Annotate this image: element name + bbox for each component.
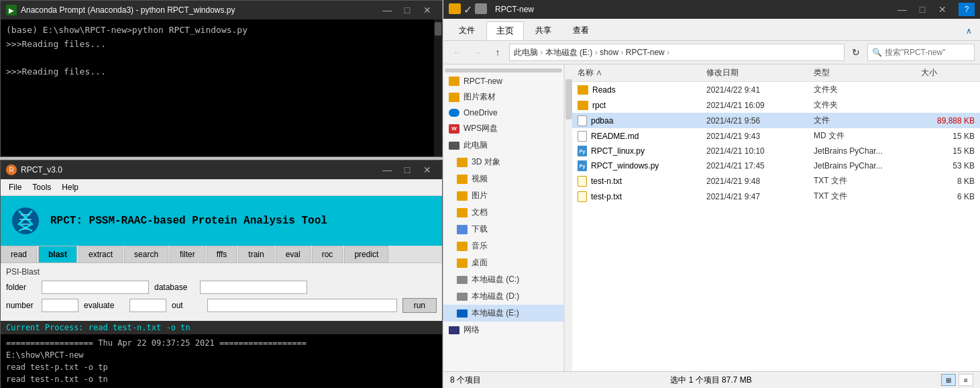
tab-extract[interactable]: extract — [78, 246, 123, 262]
database-label: database — [154, 283, 195, 292]
search-box[interactable]: 🔍 — [867, 44, 975, 61]
ribbon-tab-view[interactable]: 查看 — [563, 21, 599, 40]
number-input[interactable] — [42, 299, 78, 312]
close-button[interactable]: ✕ — [418, 3, 437, 17]
ribbon-tab-file[interactable]: 文件 — [449, 21, 485, 40]
sidebar-item-download[interactable]: 下载 — [443, 221, 563, 238]
rpct-icon: R — [6, 164, 17, 175]
up-button[interactable]: ↑ — [489, 44, 506, 60]
table-row[interactable]: README.md 2021/4/21 9:43 MD 文件 15 KB — [572, 128, 980, 144]
file-name-rpct-linux: Py RPCT_linux.py — [578, 146, 706, 156]
doc-icon — [578, 131, 587, 142]
col-size[interactable]: 大小 — [921, 67, 975, 79]
check-icon: ✓ — [464, 3, 472, 16]
rpct-menubar: File Tools Help — [1, 179, 442, 196]
evaluate-label: evaluate — [84, 301, 124, 310]
fe-help-button[interactable]: ? — [959, 3, 975, 16]
sidebar-label: WPS网盘 — [464, 123, 498, 134]
sidebar-scrollbar[interactable] — [564, 64, 572, 371]
tab-blast[interactable]: blast — [38, 246, 77, 262]
table-row[interactable]: test-p.txt 2021/4/21 9:47 TXT 文件 6 KB — [572, 189, 980, 204]
search-input[interactable] — [885, 48, 965, 57]
sidebar-item-drive-d[interactable]: 本地磁盘 (D:) — [443, 288, 563, 305]
table-row[interactable]: test-n.txt 2021/4/21 9:48 TXT 文件 8 KB — [572, 173, 980, 189]
fe-body: RPCT-new 图片素材 OneDrive W WPS网盘 此电脑 — [443, 64, 980, 371]
sidebar-item-network[interactable]: 网络 — [443, 322, 563, 338]
rpct-maximize-button[interactable]: □ — [398, 163, 417, 177]
file-name-rpct-windows: Py RPCT_windows.py — [578, 160, 706, 171]
sidebar-item-onedrive[interactable]: OneDrive — [443, 105, 563, 120]
sidebar-label: 本地磁盘 (C:) — [472, 274, 519, 285]
col-name[interactable]: 名称 ∧ — [578, 67, 706, 79]
tab-train[interactable]: train — [238, 246, 274, 262]
refresh-button[interactable]: ↻ — [847, 44, 865, 60]
txt-icon — [578, 191, 587, 202]
list-view-button[interactable]: ≡ — [959, 374, 973, 386]
table-row[interactable]: Py RPCT_linux.py 2021/4/21 10:10 JetBrai… — [572, 144, 980, 158]
sidebar-item-pictures[interactable]: 图片素材 — [443, 89, 563, 105]
forward-button[interactable]: → — [469, 44, 486, 60]
maximize-button[interactable]: □ — [398, 3, 417, 17]
ribbon-tab-share[interactable]: 共享 — [525, 21, 561, 40]
menu-help[interactable]: Help — [56, 181, 84, 194]
out-input[interactable] — [207, 299, 397, 312]
fe-minimize-button[interactable]: — — [893, 3, 912, 16]
ribbon-tab-home[interactable]: 主页 — [486, 21, 524, 40]
sidebar-label: 3D 对象 — [472, 156, 500, 168]
sidebar-label: 本地磁盘 (D:) — [472, 291, 519, 302]
rpct-close-button[interactable]: ✕ — [418, 163, 437, 177]
database-input[interactable] — [200, 281, 307, 294]
fe-close-button[interactable]: ✕ — [933, 3, 952, 16]
address-bar[interactable]: 此电脑 › 本地磁盘 (E:) › show › RPCT-new › — [509, 44, 845, 61]
tab-read[interactable]: read — [1, 246, 37, 262]
table-row[interactable]: rpct 2021/4/21 16:09 文件夹 — [572, 97, 980, 113]
folder-icon — [457, 242, 468, 251]
tab-predict[interactable]: predict — [344, 246, 388, 262]
grid-view-button[interactable]: ⊞ — [941, 374, 956, 386]
folder-label: folder — [6, 283, 36, 292]
sidebar-item-drive-e[interactable]: 本地磁盘 (E:) — [443, 305, 563, 322]
tab-roc[interactable]: roc — [312, 246, 343, 262]
tab-filter[interactable]: filter — [170, 246, 205, 262]
out-label: out — [172, 301, 202, 310]
sidebar-item-3d[interactable]: 3D 对象 — [443, 154, 563, 171]
back-button[interactable]: ← — [449, 44, 466, 60]
rpct-minimize-button[interactable]: — — [378, 163, 396, 177]
folder-icon — [457, 175, 468, 184]
folder-input[interactable] — [42, 281, 149, 294]
fe-toolbar: ← → ↑ 此电脑 › 本地磁盘 (E:) › show › RPCT-new … — [443, 41, 980, 64]
evaluate-input[interactable] — [129, 299, 166, 312]
sidebar-item-drive-c[interactable]: 本地磁盘 (C:) — [443, 271, 563, 288]
table-row[interactable]: pdbaa 2021/4/21 9:56 文件 89,888 KB — [572, 113, 980, 128]
sidebar-item-image[interactable]: 图片 — [443, 187, 563, 204]
tab-fffs[interactable]: fffs — [207, 246, 237, 262]
sidebar-item-music[interactable]: 音乐 — [443, 238, 563, 254]
col-type[interactable]: 类型 — [814, 67, 921, 79]
txt-icon — [578, 176, 587, 187]
rpct-tabs: read blast extract search filter fffs tr… — [1, 246, 442, 263]
tab-eval[interactable]: eval — [276, 246, 311, 262]
table-row[interactable]: Py RPCT_windows.py 2021/4/21 17:45 JetBr… — [572, 158, 980, 173]
menu-file[interactable]: File — [3, 181, 27, 194]
svg-point-0 — [12, 207, 39, 234]
col-date[interactable]: 修改日期 — [706, 67, 814, 79]
table-row[interactable]: Reads 2021/4/22 9:41 文件夹 — [572, 82, 980, 97]
fe-ribbon-tabs: 文件 主页 共享 查看 ∧ — [443, 19, 980, 40]
sidebar-item-docs[interactable]: 文档 — [443, 204, 563, 221]
anaconda-title: Anaconda Prompt (Anaconda3) - python RPC… — [21, 5, 374, 15]
sidebar-item-computer[interactable]: 此电脑 — [443, 137, 563, 154]
sidebar-item-rpct-new[interactable]: RPCT-new — [443, 74, 563, 89]
minimize-button[interactable]: — — [378, 3, 396, 17]
rpct-header: RPCT: PSSM-RAAC-based Protein Analysis T… — [1, 196, 442, 246]
tab-search[interactable]: search — [124, 246, 168, 262]
drive-icon — [457, 276, 468, 284]
sidebar-item-wps[interactable]: W WPS网盘 — [443, 120, 563, 137]
sidebar-label: 桌面 — [472, 257, 488, 269]
sidebar-item-video[interactable]: 视频 — [443, 171, 563, 187]
menu-tools[interactable]: Tools — [27, 181, 56, 194]
sidebar-item-desktop[interactable]: 桌面 — [443, 254, 563, 271]
run-button[interactable]: run — [402, 298, 437, 313]
fe-maximize-button[interactable]: □ — [913, 3, 932, 16]
ribbon-collapse-button[interactable]: ∧ — [966, 21, 975, 40]
rpct-console-line-1: ================== Thu Apr 22 09:37:25 2… — [6, 337, 437, 349]
